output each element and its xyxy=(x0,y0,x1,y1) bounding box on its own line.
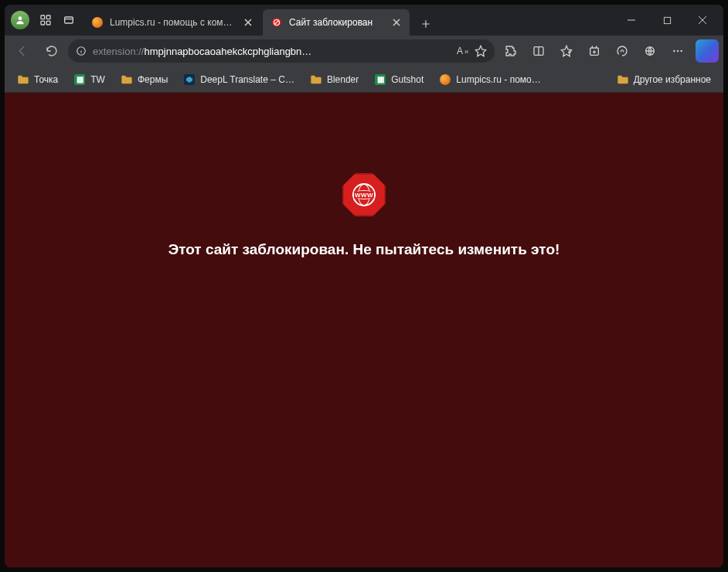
split-screen-icon[interactable] xyxy=(526,39,552,63)
folder-icon xyxy=(617,73,629,86)
collections-icon[interactable] xyxy=(581,39,607,63)
www-label: WWW xyxy=(354,192,374,199)
bookmark-item[interactable]: Lumpics.ru - помо… xyxy=(433,70,546,89)
performance-icon[interactable] xyxy=(609,39,635,63)
bookmark-label: Другое избранное xyxy=(634,74,711,85)
lumpics-icon xyxy=(439,73,451,86)
page-content: WWW Этот сайт заблокирован. Не пытайтесь… xyxy=(5,93,723,567)
bookmark-item[interactable]: Фермы xyxy=(114,70,174,89)
tab-close-button[interactable] xyxy=(390,15,403,29)
favorites-icon[interactable] xyxy=(553,39,580,63)
deepl-icon xyxy=(183,73,196,86)
svg-rect-5 xyxy=(65,17,73,23)
folder-icon xyxy=(17,73,29,86)
back-button[interactable] xyxy=(9,39,36,63)
blocked-message: Этот сайт заблокирован. Не пытайтесь изм… xyxy=(168,241,560,258)
browser-window: Lumpics.ru - помощь с компьют Сайт забло… xyxy=(5,5,723,567)
svg-rect-4 xyxy=(41,21,45,25)
bookmark-label: Lumpics.ru - помо… xyxy=(456,74,540,85)
stop-sign-icon: WWW xyxy=(342,173,386,216)
bookmark-item[interactable]: DeepL Translate – С… xyxy=(177,70,301,89)
maximize-button[interactable] xyxy=(649,5,685,36)
window-controls xyxy=(614,5,720,36)
bookmark-label: TW xyxy=(90,74,105,85)
bookmark-item[interactable]: Blender xyxy=(304,70,365,89)
close-window-button[interactable] xyxy=(685,5,720,36)
bookmark-item[interactable]: Точка xyxy=(11,70,64,89)
bookmark-label: Фермы xyxy=(138,74,168,85)
workspaces-icon[interactable] xyxy=(34,9,57,32)
tab-close-button[interactable] xyxy=(241,15,255,29)
svg-rect-2 xyxy=(46,15,50,19)
titlebar: Lumpics.ru - помощь с компьют Сайт забло… xyxy=(5,5,723,36)
lumpics-icon xyxy=(91,16,104,29)
block-icon xyxy=(270,16,283,29)
tab-inactive[interactable]: Lumpics.ru - помощь с компьют xyxy=(83,9,261,36)
favorite-star-icon[interactable] xyxy=(475,45,487,57)
svg-point-14 xyxy=(677,50,679,52)
more-menu-icon[interactable] xyxy=(665,39,691,63)
svg-point-15 xyxy=(680,50,682,52)
bookmarks-bar: Точка ▦ TW Фермы DeepL Translate – С… Bl… xyxy=(5,66,723,93)
extensions-icon[interactable] xyxy=(498,39,524,63)
address-bar: extension://hmpjnnapbocaoahekckcphgliang… xyxy=(5,36,723,66)
bookmark-item[interactable]: ▦ TW xyxy=(67,70,111,89)
tab-actions-icon[interactable] xyxy=(57,9,80,32)
svg-point-13 xyxy=(673,50,675,52)
bookmark-label: Точка xyxy=(34,74,58,85)
bookmark-label: Gutshot xyxy=(391,74,424,85)
svg-point-0 xyxy=(19,16,22,20)
internet-explorer-icon[interactable] xyxy=(637,39,663,63)
reader-mode-icon[interactable]: Aא xyxy=(457,46,468,56)
folder-icon xyxy=(121,73,133,86)
tab-label: Lumpics.ru - помощь с компьют xyxy=(110,17,235,28)
tab-active[interactable]: Сайт заблокирован xyxy=(263,9,410,36)
folder-icon xyxy=(310,73,322,86)
bookmark-item[interactable]: ▦ Gutshot xyxy=(368,70,430,89)
url-box[interactable]: extension://hmpjnnapbocaoahekckcphgliang… xyxy=(68,39,495,63)
tab-strip: Lumpics.ru - помощь с компьют Сайт забло… xyxy=(83,5,437,36)
tab-label: Сайт заблокирован xyxy=(289,17,383,28)
sheets-icon: ▦ xyxy=(73,73,86,86)
other-bookmarks[interactable]: Другое избранное xyxy=(611,70,717,89)
bookmark-label: DeepL Translate – С… xyxy=(200,74,294,85)
svg-rect-3 xyxy=(46,21,50,25)
url-text: extension://hmpjnnapbocaoahekckcphgliang… xyxy=(93,46,451,57)
bookmark-label: Blender xyxy=(327,74,359,85)
site-info-icon[interactable] xyxy=(76,46,87,56)
profile-avatar[interactable] xyxy=(11,11,29,29)
sheets-icon: ▦ xyxy=(374,73,386,86)
svg-rect-8 xyxy=(664,17,670,23)
refresh-button[interactable] xyxy=(39,39,65,63)
copilot-icon[interactable] xyxy=(696,39,719,63)
svg-rect-1 xyxy=(41,15,45,19)
new-tab-button[interactable] xyxy=(414,12,437,36)
minimize-button[interactable] xyxy=(614,5,649,36)
